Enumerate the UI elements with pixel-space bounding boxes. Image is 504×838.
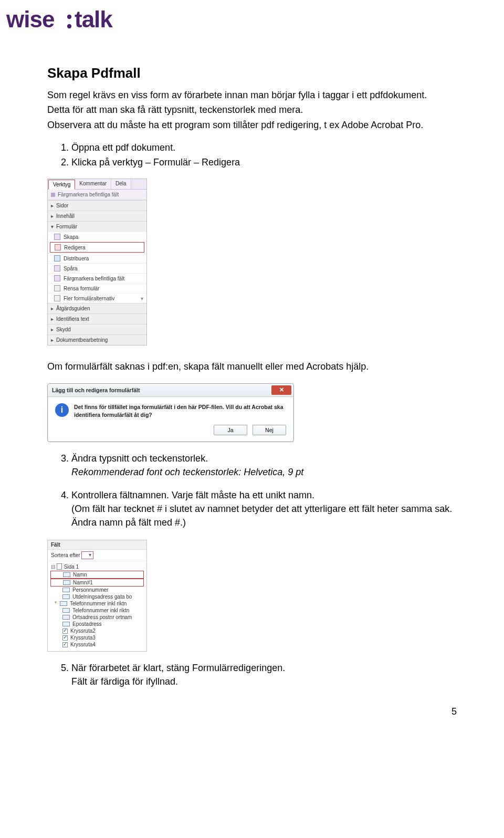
sort-row: Sortera efter	[48, 550, 146, 561]
track-icon	[54, 265, 60, 271]
panel-toolbar: Färgmarkera befintliga fält	[48, 190, 146, 200]
chevron-right-icon: ▾	[141, 296, 143, 301]
intro-line-1: Som regel krävs en viss form av förarbet…	[47, 89, 457, 101]
textfield-icon	[62, 622, 70, 626]
tab-kommentar[interactable]: Kommentar	[75, 179, 111, 189]
steps-list-3: Kontrollera fältnamnen. Varje fält måste…	[47, 488, 457, 529]
step-5: När förarbetet är klart, stäng Formulärr…	[71, 661, 457, 688]
step-3-sub: Rekommenderad font och teckenstorlek: He…	[71, 465, 457, 479]
row-distribuera[interactable]: Distribuera	[48, 253, 146, 263]
acc-atgardsguiden[interactable]: Åtgärdsguiden	[48, 303, 146, 313]
step-4-line3: Ändra namn på fält med #.)	[71, 516, 457, 529]
tab-dela[interactable]: Dela	[111, 179, 131, 189]
steps-list-4: När förarbetet är klart, stäng Formulärr…	[47, 661, 457, 688]
svg-point-2	[67, 24, 71, 28]
document-page: Skapa Pdfmall Som regel krävs en viss fo…	[0, 65, 504, 738]
field-epost[interactable]: Epostadress	[50, 621, 144, 627]
textfield-icon	[62, 608, 70, 613]
acc-formular[interactable]: Formulär	[48, 221, 146, 232]
step-1: Öppna ett pdf dokument.	[71, 141, 457, 154]
sort-label: Sortera efter	[51, 552, 80, 558]
field-kryssruta4[interactable]: Kryssruta4	[50, 641, 144, 648]
page-number: 5	[47, 706, 457, 717]
section-title: Skapa Pdfmall	[47, 65, 457, 81]
accordion-top: Sidor Innehåll Formulär	[48, 200, 146, 232]
create-icon	[54, 234, 60, 240]
acc-identifiera[interactable]: Identifiera text	[48, 313, 146, 324]
svg-point-1	[67, 15, 71, 19]
acc-skydd[interactable]: Skydd	[48, 324, 146, 334]
row-skapa[interactable]: Skapa	[48, 232, 146, 242]
step-4-line2: (Om fält har tecknet # i slutet av namne…	[71, 502, 457, 516]
panel-tabs: Verktyg Kommentar Dela	[48, 179, 146, 190]
row-fler[interactable]: Fler formuläralternativ▾	[48, 293, 146, 303]
more-icon	[54, 295, 60, 301]
svg-text:wise: wise	[6, 6, 54, 32]
form-actions-list: Skapa Redigera Distribuera Spåra Färgmar…	[48, 232, 146, 303]
textfield-icon	[60, 601, 67, 606]
sort-dropdown[interactable]	[81, 551, 93, 559]
checkbox-icon	[62, 642, 68, 647]
step-3: Ändra typsnitt och teckenstorlek. Rekomm…	[71, 452, 457, 479]
brand-logo: wise talk	[0, 0, 504, 40]
highlight-icon	[51, 193, 55, 197]
step-2: Klicka på verktyg – Formulär – Redigera	[71, 155, 457, 169]
acrobat-tools-panel: Verktyg Kommentar Dela Färgmarkera befin…	[47, 179, 147, 345]
tab-verktyg[interactable]: Verktyg	[48, 180, 75, 190]
dialog-buttons: Ja Nej	[48, 422, 293, 442]
highlight-fields-icon	[54, 275, 60, 281]
row-spara[interactable]: Spåra	[48, 263, 146, 273]
edit-icon	[55, 244, 61, 250]
field-ortsadress[interactable]: Ortsadress postnr ortnam	[50, 614, 144, 621]
acc-innehall[interactable]: Innehåll	[48, 211, 146, 221]
field-telefon-1[interactable]: *Telefonnummer inkl riktn	[50, 600, 144, 607]
checkbox-icon	[62, 628, 68, 634]
add-fields-dialog: Lägg till och redigera formulärfält ✕ i …	[47, 383, 294, 442]
field-personnummer[interactable]: Personnummer	[50, 586, 144, 593]
accordion-bottom: Åtgärdsguiden Identifiera text Skydd Dok…	[48, 303, 146, 345]
page-icon	[57, 563, 62, 570]
info-icon: i	[55, 403, 69, 417]
acc-dokumentbearb[interactable]: Dokumentbearbetning	[48, 334, 146, 345]
clear-icon	[54, 285, 60, 291]
star-icon: *	[55, 601, 57, 606]
acc-sidor[interactable]: Sidor	[48, 200, 146, 211]
svg-text:talk: talk	[75, 6, 113, 32]
fields-tree: Sida 1 Namn Namn#1 Personnummer Utdelnin…	[48, 561, 146, 651]
field-namn-dup[interactable]: Namn#1	[50, 579, 144, 586]
intro-line-3: Observera att du måste ha ett program so…	[47, 119, 457, 131]
textfield-icon	[63, 572, 70, 577]
field-namn[interactable]: Namn	[50, 571, 144, 579]
textfield-icon	[62, 594, 70, 599]
steps-list-1: Öppna ett pdf dokument. Klicka på verkty…	[47, 141, 457, 169]
field-kryssruta3[interactable]: Kryssruta3	[50, 634, 144, 641]
step-5-line2: Fält är färdiga för ifyllnad.	[71, 675, 457, 688]
fields-panel: Fält Sortera efter Sida 1 Namn Namn#1 Pe…	[47, 540, 147, 652]
dialog-message: Det finns för tillfället inga formulärfä…	[74, 403, 286, 418]
textfield-icon	[62, 615, 70, 620]
textfield-icon	[63, 580, 70, 585]
yes-button[interactable]: Ja	[214, 425, 247, 435]
intro-line-2: Detta för att man ska få rätt typsnitt, …	[47, 103, 457, 116]
dialog-body: i Det finns för tillfället inga formulär…	[48, 397, 293, 421]
row-fargmarkera[interactable]: Färgmarkera befintliga fält	[48, 273, 146, 283]
mid-paragraph: Om formulärfält saknas i pdf:en, skapa f…	[47, 360, 457, 373]
textfield-icon	[62, 588, 70, 592]
field-telefon-2[interactable]: Telefonnummer inkl riktn	[50, 607, 144, 614]
dialog-titlebar: Lägg till och redigera formulärfält ✕	[48, 384, 293, 397]
close-icon[interactable]: ✕	[271, 385, 291, 395]
checkbox-icon	[62, 635, 68, 641]
steps-list-2: Ändra typsnitt och teckenstorlek. Rekomm…	[47, 452, 457, 479]
fields-header: Fält	[48, 540, 146, 550]
distribute-icon	[54, 255, 60, 261]
page-node[interactable]: Sida 1	[50, 562, 144, 571]
step-4: Kontrollera fältnamnen. Varje fält måste…	[71, 488, 457, 529]
dialog-title: Lägg till och redigera formulärfält	[52, 387, 140, 393]
row-redigera[interactable]: Redigera	[50, 242, 144, 253]
row-rensa[interactable]: Rensa formulär	[48, 283, 146, 293]
no-button[interactable]: Nej	[253, 425, 286, 435]
field-utdelningsadress[interactable]: Utdelningsadress gata bo	[50, 593, 144, 600]
field-kryssruta2[interactable]: Kryssruta2	[50, 627, 144, 634]
